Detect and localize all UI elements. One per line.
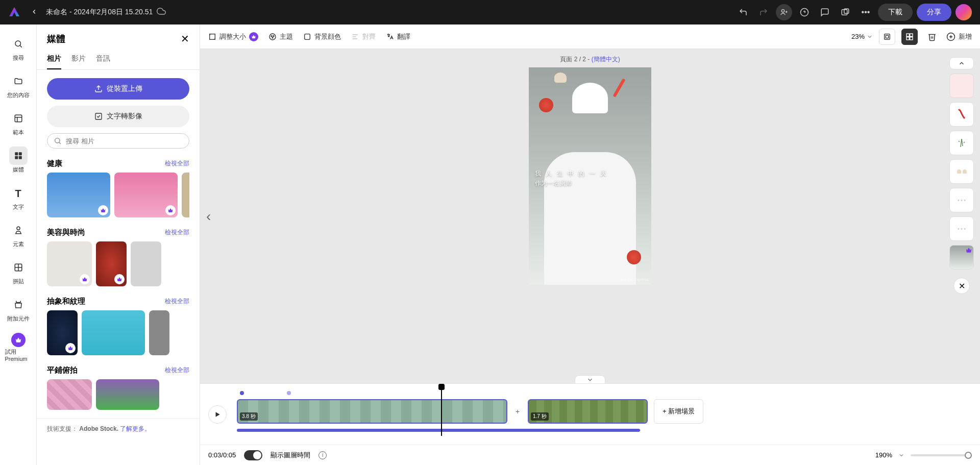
close-layers-button[interactable]: ✕ [953,278,970,294]
collapse-timeline-button[interactable] [575,375,605,383]
layer-thumb[interactable] [949,159,974,184]
timeline-marker[interactable] [287,391,291,395]
svg-rect-14 [18,156,21,159]
photo-thumb[interactable] [47,173,110,217]
view-all-beauty[interactable]: 檢視全部 [165,228,189,237]
timeline-track[interactable]: 3.8 秒 + 1.7 秒 + 新增場景 [237,390,972,436]
translate-tool[interactable]: 翻譯 [386,32,410,41]
add-between-button[interactable]: + [513,407,522,415]
tomato-sticker[interactable] [539,98,553,112]
page-language-link[interactable]: (簡體中文) [592,56,620,63]
text-icon: T [15,188,21,200]
text-to-image-button[interactable]: 文字轉影像 [47,106,189,127]
add-page-button[interactable]: 新增 [946,32,972,41]
photo-thumb[interactable] [47,310,78,355]
app-logo[interactable] [8,6,20,18]
more-button[interactable]: ••• [857,4,874,20]
view-all-health[interactable]: 檢視全部 [165,159,189,168]
document-title[interactable]: 未命名 - 2024年2月08日 15.20.51 [46,8,153,17]
add-scene-button[interactable]: + 新增場景 [654,399,703,424]
svg-rect-8 [15,115,22,122]
layer-thumb[interactable] [949,245,974,270]
media-search-input[interactable] [66,137,183,145]
top-bar: 未命名 - 2024年2月08日 15.20.51 ••• 下載 分享 [0,0,980,25]
close-panel-button[interactable]: ✕ [181,33,189,45]
download-button[interactable]: 下載 [878,4,913,21]
info-icon[interactable]: i [318,451,327,459]
undo-button[interactable] [735,4,751,20]
photo-thumb[interactable] [96,379,159,410]
present-button[interactable] [837,4,853,20]
playhead[interactable] [441,387,442,436]
view-all-abstract[interactable]: 檢視全部 [165,297,189,306]
rail-your-stuff[interactable]: 您的內容 [3,68,34,103]
svg-rect-19 [95,113,102,119]
theme-tool[interactable]: 主題 [268,32,293,41]
collapse-layers-button[interactable] [949,57,974,69]
canvas-area[interactable]: 頁面 2 / 2 - (簡體中文) ‹ 我 人 生 中 的 一 天 作为一名厨师… [200,49,980,383]
chevron-down-icon[interactable] [898,452,904,458]
layer-thumb[interactable] [949,102,974,127]
cloud-sync-icon[interactable] [157,7,166,18]
share-button[interactable]: 分享 [917,4,951,21]
bgcolor-tool[interactable]: 背景顔色 [303,32,341,41]
delete-button[interactable] [924,29,940,45]
user-avatar[interactable] [955,4,972,20]
layer-thumb[interactable] [949,74,974,98]
chevron-down-icon [867,34,873,40]
comment-button[interactable] [817,4,833,20]
canvas-text-block[interactable]: 我 人 生 中 的 一 天 作为一名厨师 [535,169,608,188]
help-button[interactable] [796,4,813,20]
photo-thumb[interactable] [182,173,189,217]
photo-thumb[interactable] [114,173,178,217]
learn-more-link[interactable]: 了解更多。 [120,425,151,432]
rail-search[interactable]: 搜尋 [3,31,34,66]
category-flatlay: 平鋪俯拍檢視全部 [47,365,189,410]
view-all-flatlay[interactable]: 檢視全部 [165,366,189,375]
rail-premium[interactable]: 試用 Premium [3,329,34,366]
rail-text[interactable]: T文字 [3,180,34,215]
tomato-sticker[interactable] [627,250,641,264]
timeline-scrollbar[interactable] [237,429,640,432]
view-mode-1[interactable] [879,29,895,45]
category-abstract: 抽象和紋理檢視全部 [47,297,189,355]
layer-thumb[interactable] [949,131,974,155]
photo-thumb[interactable] [47,379,92,410]
design-canvas[interactable]: 我 人 生 中 的 一 天 作为一名厨师 Adobe Express [529,67,651,285]
rail-templates[interactable]: 範本 [3,105,34,140]
timeline-zoom-slider[interactable] [911,454,972,456]
upload-button[interactable]: 從裝置上傳 [47,78,189,100]
show-layers-toggle[interactable] [244,450,262,460]
resize-tool[interactable]: 調整大小 [208,32,258,41]
rail-grids[interactable]: 拼貼 [3,254,34,289]
tab-photos[interactable]: 相片 [47,49,61,69]
templates-icon [14,114,23,124]
photo-thumb[interactable] [149,310,169,355]
photo-thumb[interactable] [47,241,92,286]
back-button[interactable] [27,6,42,19]
rail-elements[interactable]: 元素 [3,217,34,252]
invite-button[interactable] [776,4,792,20]
photo-thumb[interactable] [82,310,145,355]
canvas-zoom[interactable]: 23% [851,33,873,40]
play-button[interactable] [208,405,227,424]
tab-audio[interactable]: 音訊 [96,49,110,69]
layer-thumb[interactable]: • • • [949,188,974,212]
panel-title: 媒體 [47,33,65,45]
media-search-box[interactable] [47,133,189,149]
timeline-clip-2[interactable]: 1.7 秒 [528,399,648,424]
photo-thumb[interactable] [96,241,127,286]
search-icon [14,39,23,50]
prev-page-button[interactable]: ‹ [206,208,211,225]
svg-rect-36 [910,37,913,39]
rail-media[interactable]: 媒體 [3,142,34,178]
layer-thumb[interactable]: • • • [949,216,974,241]
timeline-marker[interactable] [240,391,244,395]
view-mode-2[interactable] [901,29,918,45]
mushroom-sticker[interactable] [554,72,567,83]
redo-button[interactable] [755,4,772,20]
photo-thumb[interactable] [131,241,161,286]
tab-videos[interactable]: 影片 [71,49,86,69]
timeline-clip-1[interactable]: 3.8 秒 [237,399,507,424]
rail-addons[interactable]: 附加元件 [3,291,34,327]
